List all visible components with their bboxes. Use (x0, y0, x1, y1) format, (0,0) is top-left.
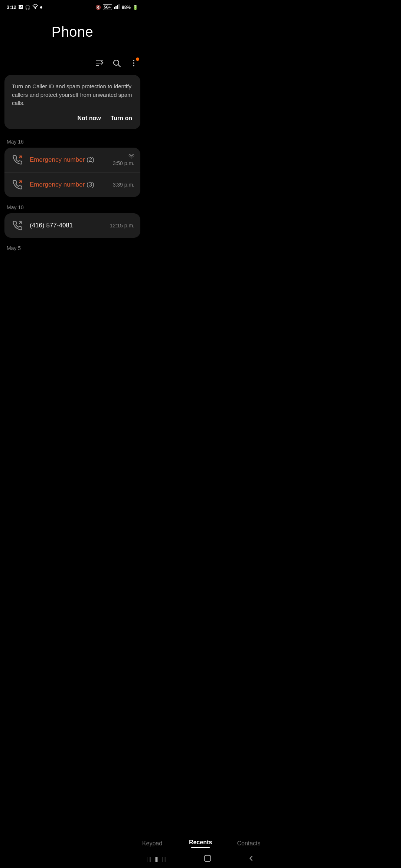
call-type-icon (10, 153, 25, 167)
banner-actions: Not now Turn on (12, 114, 133, 123)
wifi-status-icon (32, 4, 38, 11)
sort-icon[interactable] (95, 59, 104, 70)
section-date: May 10 (0, 202, 145, 213)
call-time: 12:15 p.m. (110, 223, 134, 228)
more-icon[interactable] (129, 59, 138, 70)
call-type-icon (10, 218, 25, 233)
signal-bars-icon (114, 4, 120, 10)
status-right: 🔇 5G+ 98% 🔋 (95, 4, 138, 10)
status-left: 3:12 🖼 🎧 (7, 4, 42, 11)
photo-icon: 🖼 (18, 4, 23, 10)
call-card: (416) 577-408112:15 p.m. (4, 213, 140, 238)
call-info: Emergency number (2) (30, 156, 113, 164)
call-name: Emergency number (30, 181, 85, 188)
toolbar (0, 59, 145, 75)
call-name: (416) 577-4081 (30, 222, 73, 229)
wifi-call-icon (128, 154, 134, 160)
turn-on-button[interactable]: Turn on (110, 114, 133, 123)
caller-id-banner: Turn on Caller ID and spam protection to… (4, 75, 140, 129)
svg-rect-1 (114, 7, 115, 9)
call-type-icon (10, 178, 25, 192)
svg-point-11 (133, 62, 134, 64)
headset-icon: 🎧 (25, 5, 30, 10)
call-meta: 3:39 p.m. (113, 182, 134, 188)
notification-dot (136, 57, 139, 61)
banner-message: Turn on Caller ID and spam protection to… (12, 82, 133, 108)
search-icon[interactable] (112, 59, 121, 70)
battery-percent: 98% (122, 5, 131, 10)
svg-point-14 (131, 158, 132, 158)
svg-point-12 (133, 65, 134, 66)
call-count: (2) (85, 156, 94, 163)
call-item[interactable]: (416) 577-408112:15 p.m. (4, 213, 140, 238)
call-card: Emergency number (2) 3:50 p.m. Emergency… (4, 148, 140, 197)
call-meta: 12:15 p.m. (110, 223, 134, 228)
svg-line-9 (118, 65, 121, 67)
call-count: (3) (85, 181, 94, 188)
section-date: May 5 (0, 243, 145, 254)
call-time: 3:39 p.m. (113, 182, 134, 188)
svg-rect-2 (115, 6, 117, 9)
status-time: 3:12 (7, 4, 16, 10)
section-date: May 16 (0, 137, 145, 148)
battery-icon: 🔋 (133, 5, 138, 10)
svg-rect-4 (118, 4, 120, 9)
mute-icon: 🔇 (95, 5, 101, 10)
not-now-button[interactable]: Not now (77, 114, 102, 123)
signal-5g-icon: 5G+ (103, 4, 112, 10)
dot-indicator (40, 6, 42, 9)
call-info: (416) 577-4081 (30, 222, 110, 229)
call-item[interactable]: Emergency number (2) 3:50 p.m. (4, 148, 140, 172)
call-meta: 3:50 p.m. (113, 154, 134, 166)
call-info: Emergency number (3) (30, 181, 113, 188)
page-title: Phone (0, 24, 145, 40)
svg-rect-3 (117, 5, 118, 9)
call-list: May 16 Emergency number (2) 3:50 p.m. Em… (0, 137, 145, 254)
call-time: 3:50 p.m. (113, 160, 134, 166)
call-item[interactable]: Emergency number (3)3:39 p.m. (4, 172, 140, 197)
call-name: Emergency number (30, 156, 85, 163)
svg-point-0 (35, 9, 36, 9)
status-bar: 3:12 🖼 🎧 🔇 5G+ 98% 🔋 (0, 0, 145, 13)
svg-point-10 (133, 60, 134, 61)
